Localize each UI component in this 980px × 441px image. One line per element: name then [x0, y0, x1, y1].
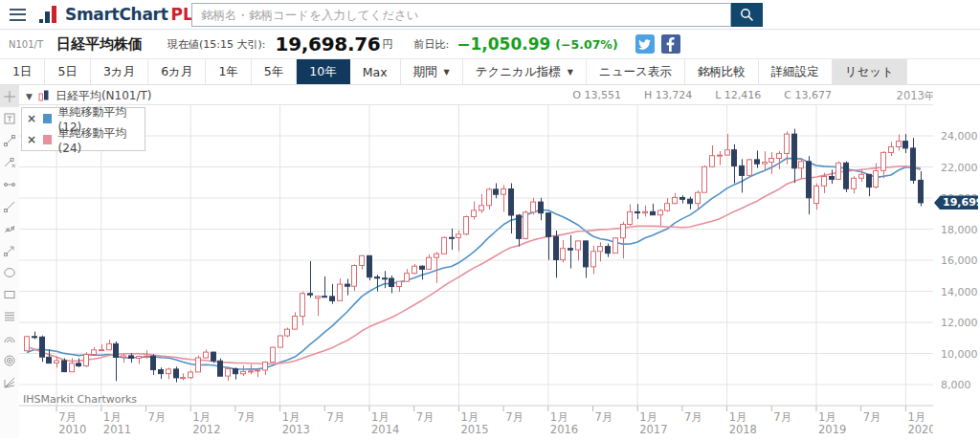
- ohlc-readout: O 13,551 H 13,724 L 12,416 C 13,677: [572, 89, 832, 101]
- svg-text:2018: 2018: [729, 423, 757, 436]
- tool-polyline-icon[interactable]: [0, 151, 19, 173]
- toolbar-button-6カ月[interactable]: 6カ月: [148, 59, 206, 84]
- toolbar-button-テクニカル指標[interactable]: テクニカル指標▼: [463, 59, 587, 84]
- ohlc-close: C 13,677: [784, 89, 832, 101]
- toolbar-button-5年[interactable]: 5年: [252, 59, 297, 84]
- svg-text:7月: 7月: [863, 410, 881, 424]
- toolbar-button-1年[interactable]: 1年: [206, 59, 251, 84]
- toolbar-button-Max[interactable]: Max: [350, 59, 401, 84]
- share-buttons: [635, 34, 680, 54]
- twitter-icon: [638, 39, 651, 50]
- change-value: −1,050.99: [457, 34, 550, 54]
- toolbar-button-10年[interactable]: 10年: [297, 59, 349, 84]
- tool-text-annotation-icon[interactable]: [0, 107, 19, 129]
- candlestick-icon: [38, 90, 50, 102]
- toolbar-button-3カ月[interactable]: 3カ月: [91, 59, 148, 84]
- svg-text:2020: 2020: [907, 423, 935, 436]
- chart-toolbar: 1日5日3カ月6カ月1年5年10年Max期間▼テクニカル指標▼ニュース表示銘柄比…: [0, 59, 980, 85]
- smartchart-app: SmartChart PLUS N101/T 日経平均株価 現在値(15:15 …: [0, 0, 980, 441]
- legend-overlays-box: × 単純移動平均 (12) × 単純移動平均 (24): [21, 107, 145, 151]
- logo-chart-icon: [39, 6, 60, 24]
- svg-text:1月: 1月: [371, 410, 390, 424]
- drawing-tools-palette: [0, 85, 19, 438]
- current-price-label: 現在値(15:15 大引):: [167, 37, 266, 52]
- ohlc-high: H 13,724: [644, 89, 692, 101]
- price-axis-label: 16,000: [941, 254, 978, 267]
- chevron-down-icon: ▼: [444, 68, 450, 77]
- change-label: 前日比:: [413, 37, 449, 52]
- close-icon[interactable]: ×: [27, 113, 36, 124]
- logo-text: SmartChart: [65, 5, 168, 24]
- price-axis-label: 22,000: [941, 162, 978, 174]
- search-button[interactable]: [731, 3, 763, 27]
- search-input[interactable]: [191, 3, 731, 27]
- tool-fib-retracement-icon[interactable]: [0, 305, 19, 327]
- facebook-share-button[interactable]: [661, 34, 680, 54]
- svg-text:2013: 2013: [282, 423, 310, 436]
- svg-text:2011: 2011: [103, 423, 131, 436]
- quote-row: N101/T 日経平均株価 現在値(15:15 大引): 19,698.76 円…: [0, 30, 980, 59]
- toolbar-button-銘柄比較[interactable]: 銘柄比較: [685, 59, 759, 84]
- toolbar-button-期間[interactable]: 期間▼: [401, 59, 463, 84]
- svg-text:1月: 1月: [282, 410, 301, 424]
- svg-text:1月: 1月: [103, 410, 122, 424]
- hamburger-menu-icon[interactable]: [10, 9, 26, 21]
- svg-text:1月: 1月: [729, 410, 747, 424]
- price-axis-label: 18,000: [941, 224, 978, 236]
- twitter-share-button[interactable]: [635, 34, 655, 54]
- legend-overlay-sma24: × 単純移動平均 (24): [22, 129, 145, 150]
- sma24-label: 単純移動平均 (24): [58, 125, 140, 155]
- price-axis: 24,00022,00020,00018,00016,00014,00012,0…: [933, 85, 980, 438]
- ohlc-low: L 12,416: [715, 89, 761, 101]
- symbol-code: N101/T: [9, 39, 43, 50]
- legend-main-series[interactable]: ▼ 日経平均(N101/T): [21, 88, 157, 104]
- tool-fib-arc-icon[interactable]: [0, 327, 19, 349]
- svg-text:1月: 1月: [907, 410, 925, 424]
- toolbar-button-ニュース表示[interactable]: ニュース表示: [587, 59, 685, 84]
- tool-horizontal-line-icon[interactable]: [0, 173, 19, 195]
- svg-text:7月: 7月: [773, 410, 791, 424]
- legend-main-label: 日経平均(N101/T): [56, 88, 152, 104]
- search-bar: [191, 3, 763, 27]
- current-price: 19,698.76: [276, 33, 381, 55]
- chart-legend: ▼ 日経平均(N101/T) × 単純移動平均 (12) ×: [21, 88, 157, 151]
- symbol-name: 日経平均株価: [56, 35, 143, 54]
- chart-canvas[interactable]: 7月20101月20117月1月20127月1月20137月1月20147月1月…: [19, 85, 933, 438]
- svg-text:7月: 7月: [684, 410, 702, 424]
- header: SmartChart PLUS: [0, 0, 980, 30]
- tool-gann-fan-icon[interactable]: [0, 371, 19, 393]
- svg-text:7月: 7月: [416, 410, 434, 424]
- sma24-color-swatch: [43, 135, 52, 144]
- caret-down-icon[interactable]: ▼: [26, 92, 33, 101]
- change-percent: (−5.07%): [555, 37, 617, 52]
- svg-text:7月: 7月: [595, 410, 613, 424]
- chevron-down-icon: ▼: [568, 68, 573, 77]
- sma12-color-swatch: [43, 114, 52, 123]
- toolbar-button-リセット[interactable]: リセット: [833, 59, 907, 84]
- tool-rectangle-icon[interactable]: [0, 283, 19, 305]
- price-axis-label: 10,000: [941, 348, 978, 361]
- price-axis-label: 14,000: [941, 286, 978, 298]
- facebook-icon: [666, 37, 675, 52]
- svg-text:7月: 7月: [148, 410, 167, 424]
- svg-text:1月: 1月: [639, 410, 657, 424]
- close-icon[interactable]: ×: [27, 134, 36, 145]
- tool-fib-circles-icon[interactable]: [0, 349, 19, 371]
- tool-zigzag-line-icon[interactable]: [0, 217, 19, 239]
- tool-arrow-icon[interactable]: [0, 239, 19, 261]
- tool-ray-line-icon[interactable]: [0, 195, 19, 217]
- tool-crosshair-icon[interactable]: [0, 85, 19, 107]
- price-axis-label: 12,000: [941, 317, 978, 329]
- svg-text:1月: 1月: [460, 410, 479, 424]
- price-axis-label: 24,000: [941, 130, 978, 143]
- svg-text:1月: 1月: [550, 410, 568, 424]
- svg-text:2015: 2015: [460, 423, 488, 436]
- svg-text:2012: 2012: [192, 423, 220, 436]
- svg-text:2019: 2019: [818, 423, 846, 436]
- toolbar-button-5日[interactable]: 5日: [45, 59, 90, 84]
- tool-trendline-icon[interactable]: [0, 129, 19, 151]
- toolbar-button-1日[interactable]: 1日: [0, 59, 45, 84]
- price-unit: 円: [382, 37, 392, 52]
- toolbar-button-詳細設定[interactable]: 詳細設定: [759, 59, 833, 84]
- tool-ellipse-icon[interactable]: [0, 261, 19, 283]
